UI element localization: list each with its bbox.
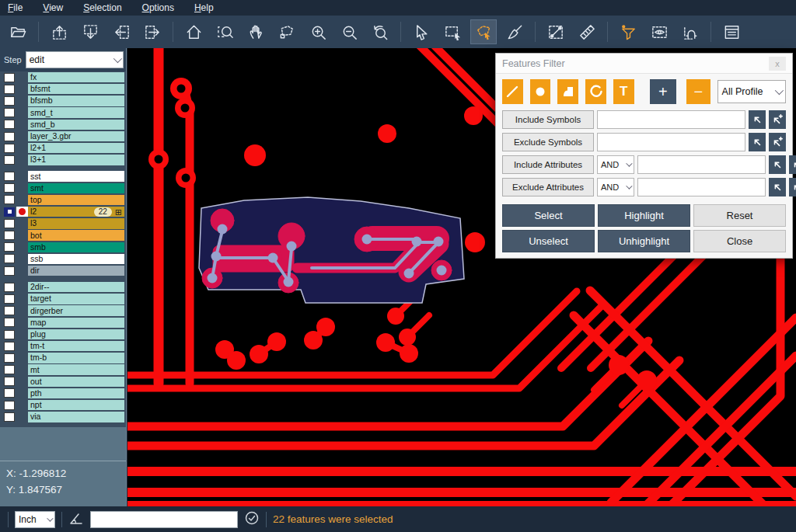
layer-label[interactable]: dir [28,266,124,276]
select-button[interactable] [408,19,435,44]
layer-checkbox[interactable] [4,412,15,422]
layer-checkbox[interactable] [4,342,15,351]
select-polygon-button[interactable] [470,19,497,44]
command-history-button[interactable] [244,510,260,529]
zoom-window-button[interactable] [211,19,238,44]
dialog-titlebar[interactable]: Features Filter x [496,54,792,74]
layer-label[interactable]: fx [28,72,124,82]
layer-label[interactable]: sst [28,171,124,181]
layer-checkbox[interactable] [4,401,15,410]
layer-checkbox[interactable] [4,96,15,106]
surface-feature-button[interactable] [557,79,578,104]
line-feature-button[interactable] [502,79,523,104]
step-select[interactable]: edit [26,51,124,68]
page-up-button[interactable] [46,19,72,44]
layer-row-ssb[interactable]: ssb [0,253,126,265]
layer-row-map[interactable]: map [0,317,126,329]
layer-row-bot[interactable]: bot [0,229,126,241]
layer-checkbox[interactable] [4,132,15,141]
layer-label[interactable]: smt [28,183,124,193]
select-button[interactable]: Select [502,204,595,227]
layer-label[interactable]: out [28,377,124,387]
menu-view[interactable]: View [43,2,63,13]
text-feature-button[interactable]: T [613,79,634,104]
view-options-button[interactable] [646,19,672,44]
exclude-symbols-button[interactable]: Exclude Symbols [502,133,594,151]
arc-feature-button[interactable] [585,79,606,104]
layer-checkbox[interactable] [4,318,15,327]
exclude-attributes-button[interactable]: Exclude Attributes [502,178,594,196]
layer-checkbox[interactable] [4,172,15,181]
remove-filter-button[interactable]: − [686,79,710,104]
layer-row-dirgerber[interactable]: dirgerber [0,305,126,317]
exclude-attributes-operator-select[interactable]: AND [597,178,634,196]
dialog-close-button[interactable]: x [769,57,786,71]
zoom-polygon-button[interactable] [274,19,300,44]
layer-row-l3[interactable]: l3 [0,217,126,229]
layer-checkbox[interactable] [4,120,15,129]
include-symbols-button[interactable]: Include Symbols [502,110,594,129]
layer-row-tm-b[interactable]: tm-b [0,352,126,363]
add-filter-button[interactable]: + [650,79,676,104]
layer-checkbox[interactable] [4,294,15,304]
layer-checkbox[interactable] [4,377,15,386]
include-symbols-input[interactable] [597,110,745,129]
layer-label[interactable]: layer_3.gbr [28,131,124,141]
layer-row-smt[interactable]: smt [0,183,126,194]
layer-row-layer_3.gbr[interactable]: layer_3.gbr [0,130,126,142]
exclude-symbols-input[interactable] [597,133,745,151]
layer-row-top[interactable]: top [0,194,126,206]
layer-label[interactable]: bfsmt [28,84,124,94]
layer-row-out[interactable]: out [0,376,126,388]
layer-label[interactable]: smb [28,242,124,252]
layer-checkbox[interactable] [4,195,15,204]
pad-feature-button[interactable] [530,79,551,104]
layer-checkbox[interactable] [4,73,15,82]
layer-row-smd_b[interactable]: smd_b [0,119,126,130]
layer-row-smb[interactable]: smb [0,242,126,253]
layer-checkbox[interactable] [4,108,15,117]
layer-row-tm-t[interactable]: tm-t [0,340,126,352]
layer-row-bfsmb[interactable]: bfsmb [0,95,126,106]
exclude-attributes-input[interactable] [637,178,766,196]
layer-label[interactable]: l222⊞ [28,207,124,217]
layer-label[interactable]: dirgerber [28,305,124,315]
layer-checkbox[interactable] [4,219,15,228]
layer-row-mt[interactable]: mt [0,364,126,376]
zoom-previous-button[interactable] [367,19,393,44]
zoom-out-button[interactable] [336,19,362,44]
layer-label[interactable]: l3 [28,218,124,228]
layer-label[interactable]: smd_t [28,107,124,117]
layer-label[interactable]: l2+1 [28,143,124,153]
include-attributes-operator-select[interactable]: AND [597,155,634,174]
layer-checkbox[interactable] [4,330,15,339]
layer-label[interactable]: tm-t [28,341,124,351]
layer-label[interactable]: bfsmb [28,96,124,106]
layer-row-npt[interactable]: npt [0,399,126,411]
unselect-button[interactable]: Unselect [502,230,595,252]
layer-label[interactable]: target [28,294,124,304]
layer-checkbox[interactable] [4,388,15,398]
snap-button[interactable] [677,19,703,44]
layer-row-2dir--[interactable]: 2dir-- [0,281,126,293]
reset-button[interactable]: Reset [693,204,786,227]
layer-row-l2[interactable]: l222⊞ [0,206,126,217]
layer-row-l3+1[interactable]: l3+1 [0,154,126,165]
ruler-button[interactable] [574,19,600,44]
layer-label[interactable]: ssb [28,254,124,264]
layer-row-plug[interactable]: plug [0,329,126,340]
layer-checkbox[interactable] [4,207,15,217]
layer-label[interactable]: plug [28,329,124,339]
layer-row-bfsmt[interactable]: bfsmt [0,83,126,95]
exclude-attributes-pick-add-button[interactable] [789,178,796,196]
layer-label[interactable]: l3+1 [28,155,124,165]
layer-checkbox[interactable] [4,353,15,363]
close-button[interactable]: Close [693,230,786,252]
layer-label[interactable]: tm-b [28,353,124,363]
pan-button[interactable] [243,19,269,44]
layer-row-pth[interactable]: pth [0,388,126,399]
select-rectangle-button[interactable] [439,19,466,44]
menu-file[interactable]: File [8,2,23,13]
exclude-symbols-pick-button[interactable] [749,133,766,151]
unhighlight-button[interactable]: Unhighlight [598,230,690,252]
